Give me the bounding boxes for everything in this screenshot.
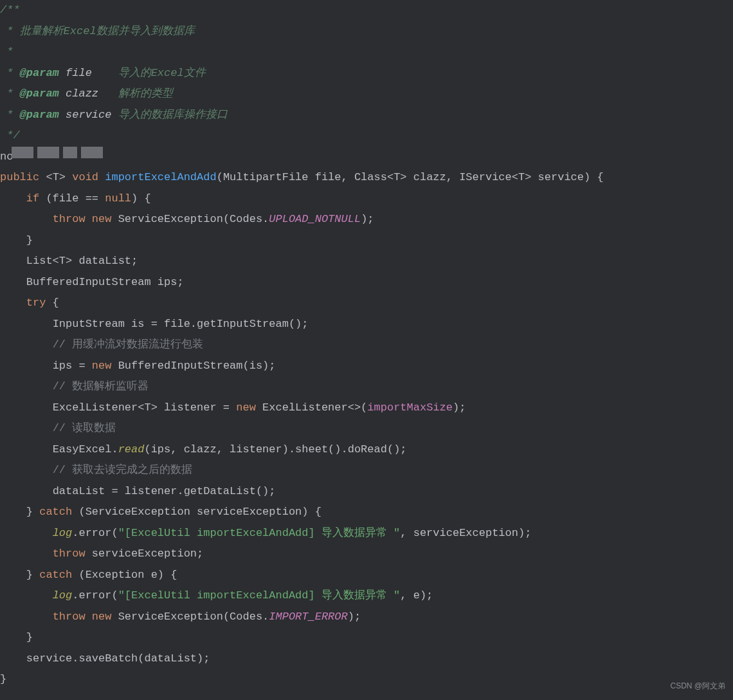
javadoc-line: * 批量解析Excel数据并导入到数据库 xyxy=(0,25,195,37)
code-line: dataList = listener.getDataList(); xyxy=(0,485,275,497)
code-line: EasyExcel.read(ips, clazz, listener).she… xyxy=(0,443,407,456)
code-line: // 获取去读完成之后的数据 xyxy=(0,464,192,476)
code-line: } catch (Exception e) { xyxy=(0,569,177,581)
javadoc-line: * @param clazz 解析的类型 xyxy=(0,88,173,100)
code-line: BufferedInputStream ips; xyxy=(0,276,184,288)
code-line: ips = new BufferedInputStream(is); xyxy=(0,360,276,372)
code-line: log.error("[ExcelUtil importExcelAndAdd]… xyxy=(0,589,433,602)
code-line: // 读取数据 xyxy=(0,422,116,434)
code-line: } xyxy=(0,673,6,685)
code-line: throw new ServiceException(Codes.IMPORT_… xyxy=(0,611,361,623)
code-line: ExcelListener<T> listener = new ExcelLis… xyxy=(0,401,466,414)
code-line: log.error("[ExcelUtil importExcelAndAdd]… xyxy=(0,527,531,539)
code-line: List<T> dataList; xyxy=(0,255,138,267)
code-line: throw new ServiceException(Codes.UPLOAD_… xyxy=(0,213,374,225)
code-line: // 数据解析监听器 xyxy=(0,380,149,392)
javadoc-line: * @param file 导入的Excel文件 xyxy=(0,67,206,79)
javadoc-close: */ xyxy=(0,129,20,142)
code-line: throw serviceException; xyxy=(0,548,203,560)
redacted-annotation xyxy=(12,147,103,158)
code-line: try { xyxy=(0,297,59,309)
code-line: } catch (ServiceException serviceExcepti… xyxy=(0,506,321,518)
code-line: } xyxy=(0,234,33,246)
code-line: // 用缓冲流对数据流进行包装 xyxy=(0,338,203,351)
code-line: } xyxy=(0,631,33,643)
javadoc-line: * xyxy=(0,46,13,58)
code-line: InputStream is = file.getInputStream(); xyxy=(0,318,309,330)
code-line: if (file == null) { xyxy=(0,192,151,205)
code-line: service.saveBatch(dataList); xyxy=(0,652,210,665)
javadoc-line: * @param service 导入的数据库操作接口 xyxy=(0,109,228,121)
javadoc-open: /** xyxy=(0,4,20,16)
code-line: public <T> void importExcelAndAdd(Multip… xyxy=(0,171,604,183)
watermark: CSDN @阿文弟 xyxy=(670,676,725,697)
code-editor[interactable]: /** * 批量解析Excel数据并导入到数据库 * * @param file… xyxy=(0,0,733,690)
